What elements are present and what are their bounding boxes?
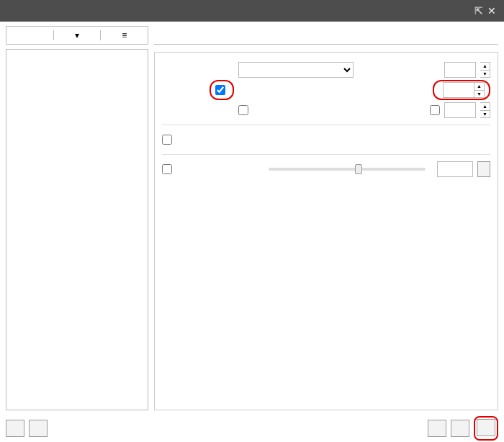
menu-icon[interactable]: ≡	[100, 30, 148, 40]
pin-icon[interactable]: ⇱	[472, 5, 485, 17]
ac3-slider[interactable]	[269, 168, 426, 171]
ok-button[interactable]	[428, 420, 446, 437]
accel-checkbox[interactable]	[238, 105, 248, 115]
params-fieldset: ▲▼ ▲▼	[154, 52, 498, 410]
max-volume-checkbox[interactable]	[215, 85, 225, 95]
max-spinner[interactable]: ▲▼	[474, 82, 485, 98]
on-start-checkbox[interactable]	[430, 105, 440, 115]
reset-button[interactable]	[6, 420, 24, 437]
ac3-reset-button[interactable]	[477, 161, 490, 177]
nav-tree[interactable]	[6, 49, 148, 410]
ac3-value	[437, 161, 473, 177]
vol-step-input[interactable]	[444, 62, 476, 78]
profile-selector[interactable]: ▾ ≡	[6, 26, 148, 45]
on-start-input	[444, 102, 476, 118]
on-start-spinner: ▲▼	[480, 102, 490, 118]
vol-step-spinner[interactable]: ▲▼	[480, 62, 490, 78]
max-volume-highlight	[210, 80, 234, 100]
apply-highlight	[474, 416, 498, 441]
export-button[interactable]	[29, 420, 48, 437]
footer	[0, 410, 504, 442]
close-icon[interactable]: ✕	[485, 5, 498, 17]
max-input[interactable]	[443, 82, 474, 98]
chevron-down-icon[interactable]: ▾	[53, 30, 101, 40]
multichannel-checkbox[interactable]	[162, 135, 172, 145]
titlebar: ⇱ ✕	[0, 0, 504, 22]
regulator-select[interactable]	[238, 62, 354, 78]
apply-button[interactable]	[477, 419, 495, 436]
cancel-button[interactable]	[451, 420, 469, 437]
ac3-checkbox[interactable]	[162, 164, 172, 174]
max-value-highlight: ▲▼	[433, 80, 490, 100]
tabs	[154, 26, 498, 45]
